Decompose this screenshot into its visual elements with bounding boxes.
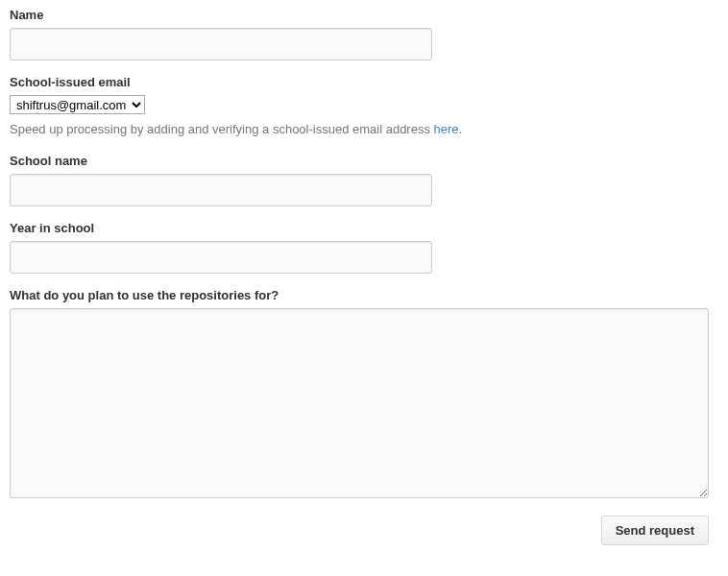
- email-hint-link[interactable]: here: [434, 122, 459, 136]
- name-input[interactable]: [10, 28, 432, 60]
- school-name-label: School name: [10, 154, 718, 168]
- email-hint: Speed up processing by adding and verify…: [10, 122, 718, 136]
- year-input[interactable]: [10, 241, 432, 274]
- school-name-input[interactable]: [10, 174, 432, 206]
- email-hint-prefix: Speed up processing by adding and verify…: [10, 122, 434, 136]
- plan-label: What do you plan to use the repositories…: [10, 288, 718, 302]
- email-hint-suffix: .: [459, 122, 463, 136]
- name-field-group: Name: [10, 8, 718, 60]
- email-label: School-issued email: [10, 75, 718, 89]
- plan-field-group: What do you plan to use the repositories…: [10, 288, 718, 501]
- button-row: Send request: [10, 516, 709, 545]
- email-field-group: School-issued email shiftrus@gmail.com S…: [10, 75, 718, 136]
- plan-textarea[interactable]: [10, 308, 709, 498]
- send-request-button[interactable]: Send request: [601, 516, 709, 545]
- year-field-group: Year in school: [10, 221, 718, 274]
- school-name-field-group: School name: [10, 154, 718, 206]
- email-select[interactable]: shiftrus@gmail.com: [10, 95, 145, 114]
- name-label: Name: [10, 8, 718, 22]
- year-label: Year in school: [10, 221, 718, 235]
- request-form: Name School-issued email shiftrus@gmail.…: [10, 8, 718, 545]
